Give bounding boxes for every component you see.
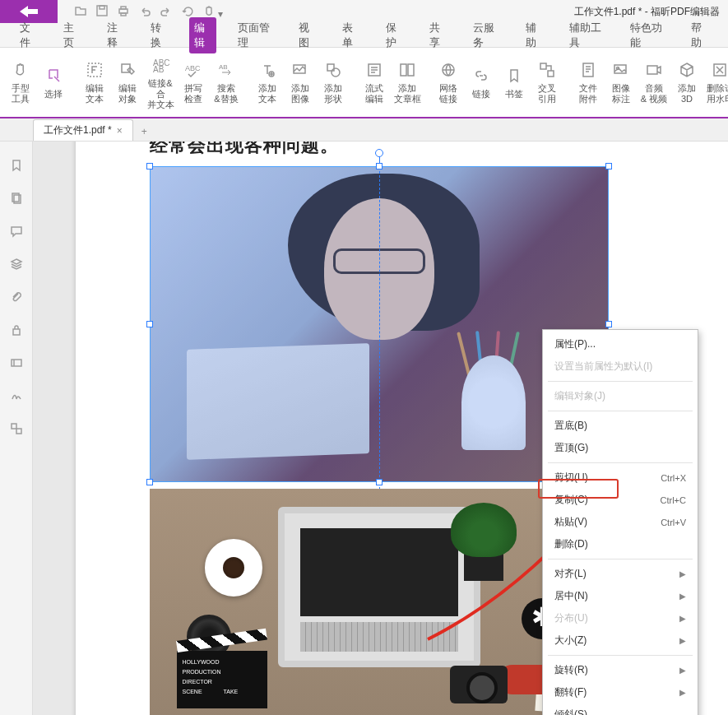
- quick-access: ▾: [58, 4, 223, 20]
- ctx-paste[interactable]: 粘贴(V)Ctrl+V: [543, 511, 698, 533]
- hand-qa-icon[interactable]: ▾: [202, 4, 223, 20]
- ctx-rotate[interactable]: 旋转(R)▶: [543, 659, 698, 681]
- resize-handle[interactable]: [146, 479, 153, 485]
- rb-select[interactable]: 选择: [38, 63, 69, 103]
- ctx-cut[interactable]: 剪切(U)Ctrl+X: [543, 467, 698, 489]
- save-icon[interactable]: [95, 4, 109, 20]
- document-tab-strip: 工作文件1.pdf * × +: [0, 118, 728, 142]
- resize-handle[interactable]: [605, 321, 612, 327]
- rb-bookmark[interactable]: 书签: [498, 63, 530, 103]
- menu-help[interactable]: 帮助: [686, 17, 713, 53]
- rb-link-merge[interactable]: ABCAB链接&合 并文本: [145, 52, 176, 114]
- attachments-panel-icon[interactable]: [9, 290, 24, 304]
- resize-handle[interactable]: [605, 163, 612, 169]
- spell-icon: ABC: [183, 60, 203, 80]
- menu-protect[interactable]: 保护: [381, 17, 408, 53]
- bookmark-panel-icon[interactable]: [9, 158, 24, 173]
- ctx-edit-object: 编辑对象(J): [543, 385, 698, 407]
- rb-add-article[interactable]: 添加 文章框: [392, 57, 423, 108]
- rb-search[interactable]: AB搜索 &替换: [211, 57, 242, 108]
- new-tab-button[interactable]: +: [133, 123, 155, 141]
- image-2-desk[interactable]: HOLLYWOOD PRODUCTION DIRECTOR SCENE TAKE: [150, 489, 609, 715]
- selected-image-1[interactable]: [150, 166, 609, 482]
- resize-handle[interactable]: [376, 479, 383, 485]
- print-icon[interactable]: [117, 4, 130, 20]
- undo-icon[interactable]: [138, 4, 151, 20]
- edit-obj-icon: [118, 60, 137, 80]
- add-article-icon: [397, 60, 417, 80]
- ctx-send-back[interactable]: 置底(B): [543, 415, 698, 437]
- rb-3d[interactable]: 添加 3D: [671, 57, 702, 108]
- rotate-handle[interactable]: [375, 149, 383, 157]
- menu-feature[interactable]: 特色功能: [625, 17, 670, 53]
- menu-accessibility[interactable]: 辅助: [521, 17, 548, 53]
- av-icon: [644, 60, 664, 80]
- ctx-properties[interactable]: 属性(P)...: [543, 333, 698, 355]
- rb-add-img[interactable]: 添加 图像: [285, 57, 316, 108]
- rb-flow-edit[interactable]: 流式 编辑: [359, 57, 390, 108]
- svg-rect-16: [401, 64, 406, 76]
- menu-file[interactable]: 文件: [15, 17, 42, 53]
- add-text-icon: [257, 60, 277, 80]
- svg-rect-17: [408, 64, 414, 76]
- fields-panel-icon[interactable]: [9, 355, 24, 370]
- rb-hand[interactable]: 手型 工具: [5, 57, 36, 108]
- menu-convert[interactable]: 转换: [146, 17, 173, 53]
- ctx-shear[interactable]: 倾斜(S): [543, 703, 698, 715]
- remove-watermark-icon: [710, 60, 728, 80]
- rb-attach[interactable]: 文件 附件: [573, 57, 604, 108]
- attach-icon: [578, 60, 598, 80]
- rb-av[interactable]: 音频 & 视频: [638, 57, 670, 108]
- signature-panel-icon[interactable]: [9, 388, 24, 403]
- hand-icon: [11, 60, 30, 80]
- rb-web-link[interactable]: 网络 链接: [433, 57, 464, 108]
- flow-edit-icon: [364, 60, 384, 80]
- menu-comment[interactable]: 注释: [102, 17, 129, 53]
- menu-tools[interactable]: 辅助工具: [564, 17, 609, 53]
- panel-toggle-icon[interactable]: [9, 421, 24, 436]
- menu-form[interactable]: 表单: [337, 17, 364, 53]
- layers-panel-icon[interactable]: [9, 257, 24, 272]
- svg-rect-31: [12, 424, 16, 429]
- menu-edit[interactable]: 编辑: [189, 17, 216, 53]
- context-menu: 属性(P)... 设置当前属性为默认(I) 编辑对象(J) 置底(B) 置顶(G…: [542, 329, 698, 715]
- comments-panel-icon[interactable]: [9, 224, 24, 239]
- svg-rect-29: [13, 329, 20, 335]
- menu-page[interactable]: 页面管理: [233, 17, 277, 53]
- menu-cloud[interactable]: 云服务: [468, 17, 504, 53]
- security-panel-icon[interactable]: [9, 323, 24, 337]
- ctx-delete[interactable]: 删除(D): [543, 533, 698, 555]
- menu-share[interactable]: 共享: [424, 17, 452, 53]
- open-icon[interactable]: [74, 4, 87, 20]
- rb-spell[interactable]: ABC拼写 检查: [178, 57, 209, 108]
- menu-home[interactable]: 主页: [58, 17, 86, 53]
- resize-handle[interactable]: [376, 163, 383, 169]
- ctx-center[interactable]: 居中(N)▶: [543, 585, 698, 607]
- rb-cross-ref[interactable]: 交叉 引用: [531, 57, 563, 108]
- menu-view[interactable]: 视图: [294, 17, 321, 53]
- ctx-flip[interactable]: 翻转(F)▶: [543, 681, 698, 703]
- ctx-align[interactable]: 对齐(L)▶: [543, 563, 698, 585]
- ctx-distribute: 分布(U)▶: [543, 607, 698, 629]
- ctx-bring-front[interactable]: 置顶(G): [543, 437, 698, 459]
- left-sidebar: [0, 142, 33, 715]
- ctx-copy[interactable]: 复制(C)Ctrl+C: [543, 489, 698, 511]
- pages-panel-icon[interactable]: [9, 191, 24, 206]
- close-tab-icon[interactable]: ×: [117, 125, 123, 137]
- rb-add-text[interactable]: 添加 文本: [252, 57, 283, 108]
- cross-ref-icon: [537, 60, 557, 80]
- rb-edit-text[interactable]: 编辑 文本: [79, 57, 110, 108]
- rb-img-annot[interactable]: 图像 标注: [605, 57, 637, 108]
- redo2-icon[interactable]: [181, 4, 194, 20]
- rb-remove-trial[interactable]: 删除试 用水印: [704, 57, 728, 108]
- rb-add-shape[interactable]: 添加 形状: [318, 57, 349, 108]
- rb-link[interactable]: 链接: [466, 63, 497, 103]
- ctx-size[interactable]: 大小(Z)▶: [543, 629, 698, 652]
- page-text-line: 经常会出现各种问题。: [150, 142, 684, 158]
- document-tab[interactable]: 工作文件1.pdf * ×: [33, 119, 133, 141]
- rb-edit-obj[interactable]: 编辑 对象: [112, 57, 143, 108]
- tab-label: 工作文件1.pdf *: [44, 123, 112, 137]
- resize-handle[interactable]: [146, 163, 153, 169]
- redo-icon[interactable]: [160, 4, 173, 20]
- resize-handle[interactable]: [146, 321, 153, 327]
